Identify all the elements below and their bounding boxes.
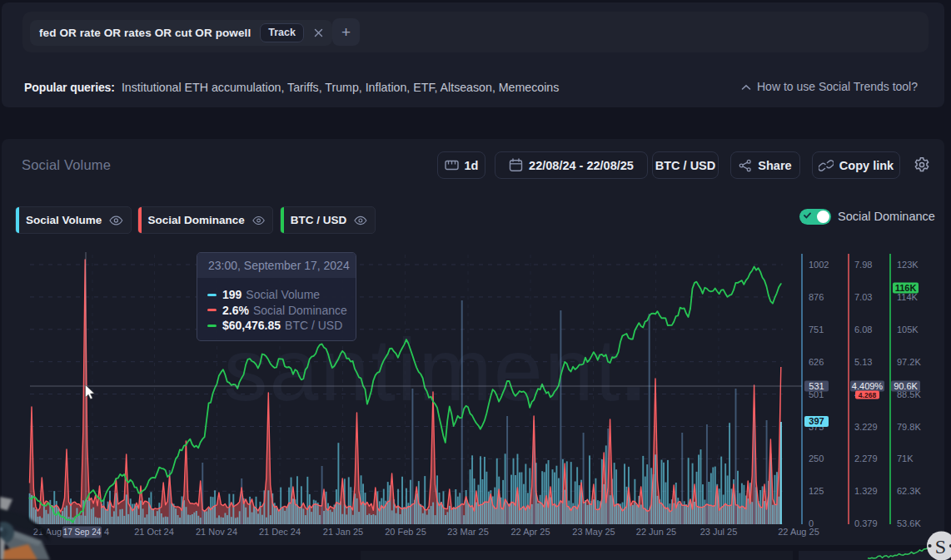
svg-text:7.98: 7.98 xyxy=(854,260,872,270)
svg-text:21 Jan 25: 21 Jan 25 xyxy=(323,527,363,537)
svg-text:23 Mar 25: 23 Mar 25 xyxy=(447,527,489,537)
svg-text:20 Feb 25: 20 Feb 25 xyxy=(385,527,426,537)
svg-text:123K: 123K xyxy=(897,260,919,270)
svg-text:53.6K: 53.6K xyxy=(897,518,921,528)
svg-text:62.3K: 62.3K xyxy=(897,486,921,496)
svg-text:876: 876 xyxy=(809,292,824,302)
svg-text:5.13: 5.13 xyxy=(854,357,872,367)
svg-text:1002: 1002 xyxy=(809,260,829,270)
svg-text:S: S xyxy=(935,536,946,558)
svg-text:397: 397 xyxy=(809,416,824,426)
svg-text:22 Apr 25: 22 Apr 25 xyxy=(510,527,550,537)
svg-text:4.268: 4.268 xyxy=(859,391,877,399)
svg-text:751: 751 xyxy=(809,325,824,335)
svg-text:4.409%: 4.409% xyxy=(852,381,884,391)
svg-text:3.229: 3.229 xyxy=(854,422,878,432)
svg-text:1.329: 1.329 xyxy=(854,486,878,496)
svg-text:21 Nov 24: 21 Nov 24 xyxy=(196,527,237,537)
svg-text:21 Dec 24: 21 Dec 24 xyxy=(259,527,301,537)
svg-text:90.6K: 90.6K xyxy=(894,381,918,391)
svg-text:114K: 114K xyxy=(897,292,919,302)
svg-text:7.03: 7.03 xyxy=(854,292,872,302)
svg-text:97.2K: 97.2K xyxy=(897,357,921,367)
svg-text:6.08: 6.08 xyxy=(854,325,872,335)
svg-text:0: 0 xyxy=(809,518,814,528)
svg-text:4: 4 xyxy=(104,527,109,537)
svg-text:116K: 116K xyxy=(895,283,917,293)
svg-text:71K: 71K xyxy=(897,453,914,463)
svg-text:23 Jul 25: 23 Jul 25 xyxy=(700,527,738,537)
svg-text:23 May 25: 23 May 25 xyxy=(572,527,615,537)
svg-text:79.8K: 79.8K xyxy=(897,422,921,432)
svg-text:125: 125 xyxy=(809,486,824,496)
svg-text:17 Sep 24: 17 Sep 24 xyxy=(63,528,102,537)
svg-text:250: 250 xyxy=(809,453,824,463)
svg-text:22 Jun 25: 22 Jun 25 xyxy=(636,527,676,537)
svg-text:21 Oct 24: 21 Oct 24 xyxy=(134,527,174,537)
svg-text:626: 626 xyxy=(809,357,824,367)
svg-text:0.379: 0.379 xyxy=(854,518,878,528)
svg-text:531: 531 xyxy=(809,381,824,391)
svg-text:105K: 105K xyxy=(897,325,919,335)
svg-text:2.279: 2.279 xyxy=(854,453,878,463)
